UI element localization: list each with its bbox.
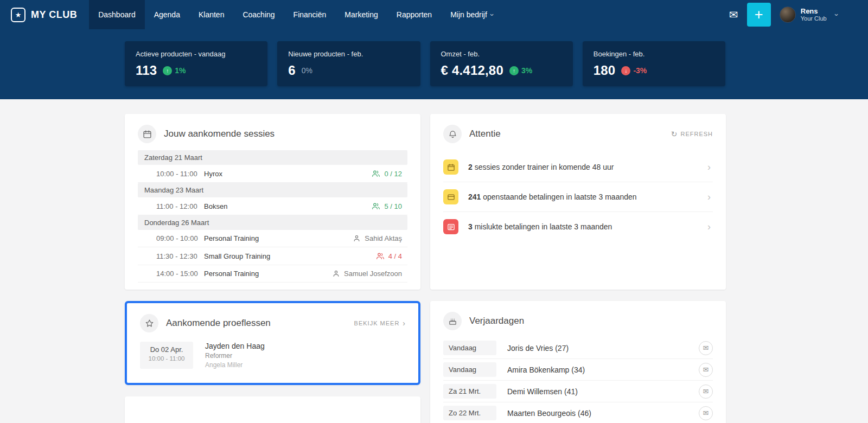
session-time: 14:00 - 15:00 — [156, 270, 204, 278]
brand-name: MY CLUB — [31, 9, 77, 21]
session-time: 09:00 - 10:00 — [156, 234, 204, 242]
session-capacity: 4 / 4 — [376, 252, 402, 260]
people-icon — [376, 252, 385, 260]
card-title: Attentie — [469, 129, 501, 139]
session-capacity: 0 / 12 — [372, 169, 402, 178]
attention-count: 2 — [468, 163, 473, 171]
birthday-row[interactable]: Za 21 Mrt. Demi Willemsen (41) ✉ — [443, 381, 713, 402]
user-club: Your Club — [801, 15, 827, 22]
chevron-right-icon: › — [403, 319, 405, 328]
person-icon — [353, 234, 361, 242]
attention-item-failed-payments[interactable]: 3 mislukte betalingen in laatste 3 maand… — [443, 212, 713, 241]
stat-delta: ↑ 1% — [163, 66, 186, 75]
session-row[interactable]: 10:00 - 11:00 Hyrox 0 / 12 — [138, 165, 407, 183]
cake-icon — [443, 312, 462, 330]
session-row[interactable]: 11:00 - 12:00 Boksen 5 / 10 — [138, 197, 407, 215]
nav-item-coaching[interactable]: Coaching — [233, 0, 284, 29]
session-row[interactable]: 09:00 - 10:00 Personal Training Sahid Ak… — [138, 230, 407, 247]
attention-item-open-payments[interactable]: 241 openstaande betalingen in laatste 3 … — [443, 182, 713, 212]
stat-value: 6 — [288, 63, 296, 78]
session-trainer: Sahid Aktaş — [353, 234, 402, 242]
session-name: Personal Training — [204, 234, 353, 242]
session-name: Personal Training — [204, 270, 332, 278]
trial-date: Do 02 Apr. — [145, 345, 188, 354]
session-time: 10:00 - 11:00 — [156, 170, 204, 178]
stat-label: Omzet - feb. — [441, 50, 562, 58]
refresh-button[interactable]: ↻ REFRESH — [671, 130, 713, 138]
nav-item-dashboard[interactable]: Dashboard — [89, 0, 145, 29]
club-logo-icon: ★ — [11, 8, 25, 22]
chevron-right-icon: › — [707, 162, 711, 172]
stat-card-omzet[interactable]: Omzet - feb. € 4.412,80 ↑ 3% — [430, 41, 573, 86]
attention-item-sessions-without-trainer[interactable]: 2 sessies zonder trainer in komende 48 u… — [443, 152, 713, 182]
payment-error-icon — [443, 219, 458, 234]
calendar-icon — [138, 125, 156, 143]
refresh-icon: ↻ — [671, 130, 678, 138]
card-title: Jouw aankomende sessies — [164, 129, 275, 139]
birthday-name: Demi Willemsen (41) — [507, 387, 688, 396]
birthday-when: Vandaag — [443, 341, 496, 355]
trial-product: Reformer — [205, 352, 265, 360]
nav-item-mijn-bedrijf[interactable]: Mijn bedrijf › — [441, 0, 502, 29]
birthday-name: Maarten Beourgeois (46) — [507, 409, 688, 418]
birthday-row[interactable]: Vandaag Amira Bökenkamp (34) ✉ — [443, 359, 713, 381]
trial-date-box[interactable]: Do 02 Apr. 10:00 - 11:00 — [140, 342, 193, 369]
cutoff-card — [125, 396, 420, 423]
stat-card-boekingen[interactable]: Boekingen - feb. 180 ↓ -3% — [583, 41, 725, 86]
nav-item-agenda[interactable]: Agenda — [145, 0, 189, 29]
attention-card: Attentie ↻ REFRESH 2 sessies zonder trai… — [430, 114, 726, 290]
birthday-row[interactable]: Zo 22 Mrt. Maarten Beourgeois (46) ✉ — [443, 402, 713, 423]
stat-card-actieve-producten[interactable]: Actieve producten - vandaag 113 ↑ 1% — [125, 41, 267, 86]
birthday-when: Vandaag — [443, 362, 496, 377]
session-date-header: Maandag 23 Maart — [138, 183, 407, 197]
session-trainer: Samuel Josefzoon — [332, 270, 402, 278]
calendar-warning-icon — [443, 159, 458, 175]
nav-item-rapporten[interactable]: Rapporten — [387, 0, 441, 29]
brand[interactable]: ★ MY CLUB — [0, 0, 89, 29]
user-name: Rens — [801, 7, 827, 16]
messages-icon[interactable]: ✉ — [729, 9, 738, 20]
session-row[interactable]: 14:00 - 15:00 Personal Training Samuel J… — [138, 265, 407, 283]
stat-value: 113 — [136, 63, 157, 78]
avatar — [780, 7, 796, 23]
send-mail-button[interactable]: ✉ — [699, 384, 713, 399]
session-date-header: Zaterdag 21 Maart — [138, 150, 407, 165]
stat-value: € 4.412,80 — [441, 63, 503, 78]
stat-label: Actieve producten - vandaag — [136, 50, 257, 58]
birthday-name: Amira Bökenkamp (34) — [507, 366, 688, 374]
nav-item-marketing[interactable]: Marketing — [335, 0, 387, 29]
send-mail-button[interactable]: ✉ — [699, 341, 713, 355]
send-mail-button[interactable]: ✉ — [699, 406, 713, 420]
upcoming-trials-card: Aankomende proeflessen BEKIJK MEER › Do … — [125, 301, 420, 385]
trial-item[interactable]: Do 02 Apr. 10:00 - 11:00 Jayden den Haag… — [127, 339, 418, 371]
card-title: Aankomende proeflessen — [166, 318, 271, 329]
card-title: Verjaardagen — [469, 316, 524, 326]
session-capacity: 5 / 10 — [372, 202, 402, 210]
trial-trainer: Angela Miller — [205, 361, 265, 369]
stat-card-nieuwe-producten[interactable]: Nieuwe producten - feb. 6 0% — [277, 41, 420, 86]
nav-item-financien[interactable]: Financiën — [284, 0, 336, 29]
birthdays-card: Verjaardagen Vandaag Joris de Vries (27)… — [430, 301, 726, 423]
session-time: 11:00 - 12:00 — [156, 202, 204, 210]
send-mail-button[interactable]: ✉ — [699, 363, 713, 377]
add-button[interactable]: + — [747, 3, 771, 27]
stat-delta: 0% — [302, 66, 312, 75]
session-name: Hyrox — [204, 170, 372, 178]
session-row[interactable]: 11:30 - 12:30 Small Group Training 4 / 4 — [138, 247, 407, 265]
trend-down-icon: ↓ — [621, 66, 630, 75]
bell-icon — [443, 125, 462, 143]
people-icon — [372, 169, 380, 178]
session-name: Small Group Training — [204, 252, 376, 260]
chevron-down-icon: › — [488, 14, 496, 16]
bekijk-meer-link[interactable]: BEKIJK MEER › — [354, 319, 405, 328]
birthday-row[interactable]: Vandaag Joris de Vries (27) ✉ — [443, 337, 713, 359]
top-nav-bar: ★ MY CLUB Dashboard Agenda Klanten Coach… — [0, 0, 868, 29]
birthday-when: Zo 22 Mrt. — [443, 406, 496, 420]
nav-item-klanten[interactable]: Klanten — [189, 0, 233, 29]
session-time: 11:30 - 12:30 — [156, 252, 204, 260]
dashboard-content: Jouw aankomende sessies Zaterdag 21 Maar… — [0, 99, 868, 423]
main-nav: Dashboard Agenda Klanten Coaching Financ… — [89, 0, 502, 29]
stat-delta: ↓ -3% — [621, 66, 647, 75]
user-menu[interactable]: Rens Your Club › — [780, 7, 838, 23]
attention-count: 241 — [468, 193, 481, 201]
